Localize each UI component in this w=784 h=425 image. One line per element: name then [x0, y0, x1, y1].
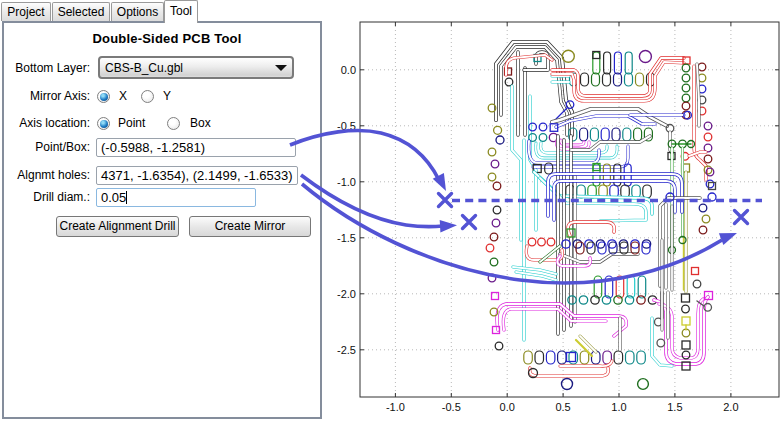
- svg-text:-1.0: -1.0: [337, 176, 356, 188]
- svg-text:0.0: 0.0: [500, 401, 515, 413]
- svg-text:-2.5: -2.5: [337, 344, 356, 356]
- svg-text:1.5: 1.5: [667, 401, 682, 413]
- svg-text:-0.5: -0.5: [442, 401, 461, 413]
- svg-text:1.0: 1.0: [611, 401, 626, 413]
- svg-text:-1.0: -1.0: [386, 401, 405, 413]
- svg-text:-1.5: -1.5: [337, 232, 356, 244]
- svg-text:2.0: 2.0: [723, 401, 738, 413]
- svg-text:-2.0: -2.0: [337, 288, 356, 300]
- svg-text:0.0: 0.0: [341, 64, 356, 76]
- svg-text:0.5: 0.5: [555, 401, 570, 413]
